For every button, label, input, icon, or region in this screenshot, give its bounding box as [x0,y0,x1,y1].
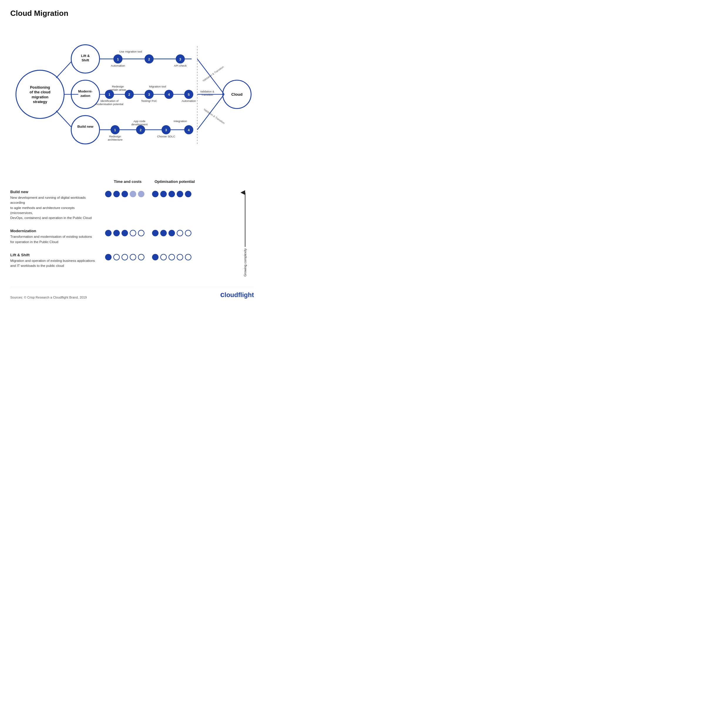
svg-text:1: 1 [117,58,119,61]
svg-text:Positioning: Positioning [30,86,50,90]
dot [122,230,128,236]
svg-text:Cloud: Cloud [231,92,242,96]
dot [160,230,167,236]
table-row-lift-shift: Lift & Shift Migration and operation of … [10,253,233,269]
svg-text:Automation: Automation [182,99,196,102]
dots-time-modernization [101,229,148,236]
table-with-arrow: Build new New development and running of… [10,190,254,278]
svg-text:Redesign: Redesign [112,85,124,88]
dots-time-build-new [101,190,148,197]
dot [160,191,167,197]
row-desc-lift-shift: Lift & Shift Migration and operation of … [10,253,101,269]
dot [105,254,112,260]
dots-optimisation-build-new [148,190,195,197]
svg-text:migration: migration [32,95,49,99]
dot [122,191,128,197]
svg-text:certain areas: certain areas [110,88,126,91]
row-text-lift-shift: Migration and operation of existing busi… [10,258,95,269]
row-text-modernization: Transformation and modernisation of exis… [10,234,95,245]
svg-text:3: 3 [179,58,181,61]
logo-rest: loudflight [225,291,254,298]
diagram-svg: Positioning of the cloud migration strat… [10,27,254,168]
dot [113,191,120,197]
dot [185,230,191,236]
svg-text:4: 4 [168,93,170,96]
svg-text:Shift: Shift [82,58,89,62]
dot [168,191,175,197]
dot [113,254,120,260]
svg-text:Transition: Transition [201,93,213,96]
row-title-modernization: Modernization [10,229,95,233]
footer: Sources: © Crisp Research a Cloudflight … [10,287,254,299]
dots-time-lift-shift [101,253,148,260]
dot [177,254,183,260]
svg-text:Integration: Integration [173,119,187,123]
row-title-build-new: Build new [10,190,95,194]
svg-text:5: 5 [188,93,190,96]
svg-text:2: 2 [148,58,150,61]
dot [113,230,120,236]
svg-text:App code: App code [133,119,145,123]
svg-line-7 [56,111,71,127]
svg-text:Redesign: Redesign [109,135,121,138]
svg-text:Validation &: Validation & [200,90,214,93]
dot [122,254,128,260]
dot [168,230,175,236]
page-title: Cloud Migration [10,9,254,18]
dot [152,254,159,260]
svg-text:1: 1 [109,93,111,96]
svg-text:API check: API check [174,64,187,67]
logo-text: cloudflight [220,290,254,299]
dots-optimisation-lift-shift [148,253,195,260]
row-text-build-new: New development and running of digital w… [10,195,95,220]
row-desc-build-new: Build new New development and running of… [10,190,101,220]
svg-text:Lift &: Lift & [81,54,90,58]
table-row-modernization: Modernization Transformation and moderni… [10,229,233,245]
svg-text:Validation & Transition: Validation & Transition [203,108,225,124]
svg-text:Use migration tool: Use migration tool [119,50,142,53]
dot [152,191,159,197]
table-row-build-new: Build new New development and running of… [10,190,233,220]
complexity-container: Growing complexity [236,190,254,278]
dot [168,254,175,260]
svg-text:1: 1 [114,128,116,132]
svg-text:3: 3 [165,128,167,132]
dot [185,254,191,260]
svg-text:of the cloud: of the cloud [30,90,50,94]
dot [138,191,144,197]
dot [152,230,159,236]
svg-text:Migration tool: Migration tool [149,85,166,88]
diagram-section: Positioning of the cloud migration strat… [10,27,254,168]
logo-c-icon: c [220,290,224,299]
svg-text:development: development [131,123,148,126]
col-time-costs-header: Time and costs [104,179,151,184]
dot [105,191,112,197]
svg-text:Automation: Automation [111,64,125,67]
dot [177,191,183,197]
dot [138,230,144,236]
svg-text:Choose SDLC: Choose SDLC [157,135,175,138]
svg-text:Moderni-: Moderni- [78,90,92,93]
svg-text:Build new: Build new [77,125,94,128]
table-rows-area: Build new New development and running of… [10,190,233,278]
row-desc-modernization: Modernization Transformation and moderni… [10,229,101,245]
svg-text:strategy: strategy [33,100,47,104]
svg-point-44 [71,116,100,144]
svg-text:Testing/ PoC: Testing/ PoC [141,99,158,102]
dot [130,230,136,236]
dot [105,230,112,236]
complexity-arrow [241,190,249,248]
col-optimisation-header: Optimisation potential [151,179,198,184]
table-section: Time and costs Optimisation potential Bu… [10,179,254,278]
svg-line-5 [56,62,71,78]
complexity-label: Growing complexity [243,248,247,277]
row-title-lift-shift: Lift & Shift [10,253,95,257]
svg-text:modernisation potential: modernisation potential [95,103,123,106]
svg-text:zation: zation [80,94,90,98]
svg-text:3: 3 [148,93,150,96]
table-header-row: Time and costs Optimisation potential [10,179,254,184]
dot [138,254,144,260]
dot [177,230,183,236]
dot [160,254,167,260]
svg-text:4: 4 [188,128,190,132]
